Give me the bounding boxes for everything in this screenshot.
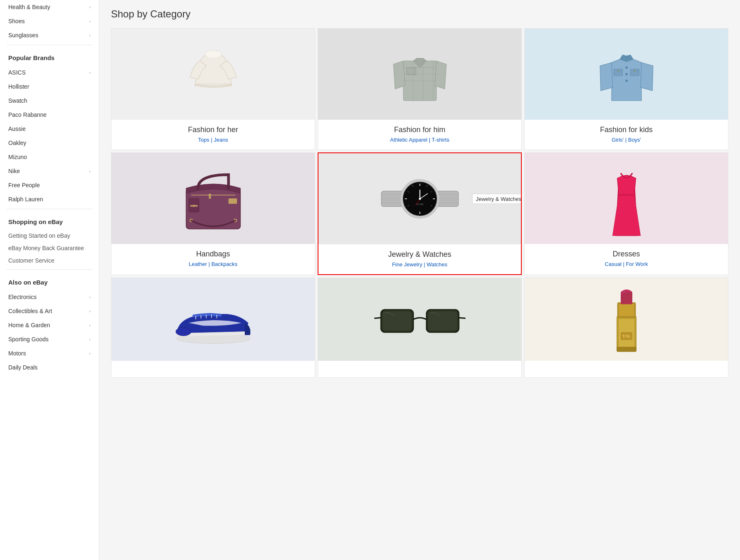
category-card-info-shoes — [111, 361, 315, 377]
sidebar-item-label: Motors — [8, 350, 26, 357]
sidebar-item-oakley[interactable]: Oakley — [7, 136, 92, 150]
chevron-down-icon: › — [89, 351, 91, 356]
chevron-down-icon: › — [89, 294, 91, 299]
category-card-info-dresses: Dresses Casual | For Work — [525, 244, 728, 274]
sidebar-item-label: Free People — [8, 182, 40, 188]
category-card-info-fashion-her: Fashion for her Tops | Jeans — [111, 120, 315, 150]
sidebar-link-getting-started[interactable]: Getting Started on eBay — [7, 229, 92, 242]
sidebar-link-customer-service[interactable]: Customer Service — [7, 254, 92, 267]
sidebar-item-collectibles[interactable]: Collectibles & Art › — [7, 304, 92, 318]
category-card-sunglasses[interactable] — [318, 278, 522, 378]
svg-line-53 — [630, 174, 632, 176]
page-title: Shop by Category — [111, 8, 728, 20]
chevron-down-icon: › — [89, 309, 91, 314]
svg-point-9 — [625, 67, 627, 69]
category-image-shoes — [111, 278, 315, 361]
sidebar-item-nike[interactable]: Nike › — [7, 164, 92, 178]
svg-point-50 — [419, 198, 421, 200]
sidebar-item-label: Paco Rabanne — [8, 111, 47, 118]
sidebar-item-mizuno[interactable]: Mizuno — [7, 150, 92, 164]
sidebar-item-motors[interactable]: Motors › — [7, 346, 92, 360]
sidebar-item-aussie[interactable]: Aussie — [7, 122, 92, 136]
category-card-subtitle[interactable]: Girls' | Boys' — [529, 137, 724, 143]
sidebar-item-health-beauty[interactable]: Health & Beauty › — [7, 0, 92, 14]
category-card-fashion-her[interactable]: Fashion for her Tops | Jeans — [111, 28, 315, 150]
sidebar-item-sporting-goods[interactable]: Sporting Goods › — [7, 332, 92, 346]
svg-point-11 — [625, 80, 627, 82]
sidebar-item-sunglasses[interactable]: Sunglasses › — [7, 28, 92, 42]
svg-rect-65 — [428, 311, 457, 331]
category-tooltip: Jewelry & Watches — [472, 194, 521, 204]
sidebar-item-label: Sporting Goods — [8, 336, 48, 343]
category-image-fashion-him — [318, 29, 521, 120]
svg-point-14 — [617, 70, 619, 72]
svg-point-18 — [208, 194, 211, 197]
sidebar-item-daily-deals[interactable]: Daily Deals — [7, 360, 92, 374]
main-content: Shop by Category — [99, 0, 740, 560]
category-card-title: Fashion for him — [322, 126, 517, 134]
svg-rect-73 — [619, 304, 634, 316]
sidebar-item-label: Electronics — [8, 294, 36, 300]
sidebar-item-paco-rabanne[interactable]: Paco Rabanne — [7, 108, 92, 122]
sidebar-item-label: Nike — [8, 168, 20, 174]
category-card-subtitle[interactable]: Tops | Jeans — [116, 137, 311, 143]
category-card-dresses[interactable]: Dresses Casual | For Work — [524, 152, 728, 275]
sidebar-item-hollister[interactable]: Hollister — [7, 80, 92, 94]
svg-rect-74 — [621, 292, 632, 304]
sidebar-item-free-people[interactable]: Free People — [7, 178, 92, 192]
sidebar-item-label: Aussie — [8, 126, 26, 132]
category-grid: Fashion for her Tops | Jeans — [111, 28, 728, 378]
category-card-title: Fashion for kids — [529, 126, 724, 134]
sidebar-item-shoes[interactable]: Shoes › — [7, 14, 92, 28]
category-card-subtitle[interactable]: Leather | Backpacks — [116, 261, 311, 267]
chevron-down-icon: › — [89, 323, 91, 328]
svg-rect-25 — [228, 198, 236, 204]
sidebar-link-money-back[interactable]: eBay Money Back Guarantee — [7, 242, 92, 254]
sidebar-item-label: Collectibles & Art — [8, 308, 52, 314]
category-card-handbags[interactable]: Handbags Leather | Backpacks — [111, 152, 315, 275]
category-card-title: Fashion for her — [116, 126, 311, 134]
category-card-shoes[interactable] — [111, 278, 315, 378]
svg-line-66 — [374, 318, 381, 319]
chevron-down-icon: › — [89, 19, 91, 24]
svg-line-52 — [621, 174, 623, 176]
category-card-fashion-him[interactable]: Fashion for him Athletic Apparel | T-shi… — [318, 28, 522, 150]
sidebar-item-label: Daily Deals — [8, 364, 38, 371]
category-card-beauty[interactable]: YSL — [524, 278, 728, 378]
category-card-subtitle[interactable]: Fine Jewelry | Watches — [323, 261, 517, 268]
sidebar: Health & Beauty › Shoes › Sunglasses › P… — [0, 0, 99, 560]
sidebar-item-label: Home & Garden — [8, 322, 50, 328]
category-card-title: Jewelry & Watches — [323, 250, 517, 259]
category-image-jewelry: CLUSE Jewelry & Watches — [318, 153, 521, 244]
category-card-subtitle[interactable]: Casual | For Work — [529, 261, 724, 267]
sidebar-item-label: Oakley — [8, 140, 27, 146]
sidebar-item-home-garden[interactable]: Home & Garden › — [7, 318, 92, 332]
sidebar-item-label: Sunglasses — [8, 32, 38, 39]
category-card-title: Dresses — [529, 250, 724, 258]
chevron-down-icon: › — [89, 337, 91, 342]
category-card-info-sunglasses — [318, 361, 521, 377]
popular-brands-title: Popular Brands — [7, 53, 92, 63]
svg-point-15 — [634, 70, 636, 72]
category-image-dresses — [525, 153, 728, 244]
sidebar-item-asics[interactable]: ASICS › — [7, 65, 92, 80]
svg-rect-75 — [617, 347, 636, 352]
sidebar-item-ralph-lauren[interactable]: Ralph Lauren — [7, 192, 92, 206]
chevron-down-icon: › — [89, 169, 91, 174]
category-image-fashion-kids — [525, 29, 728, 120]
svg-point-10 — [625, 73, 627, 75]
category-card-fashion-kids[interactable]: Fashion for kids Girls' | Boys' — [524, 28, 728, 150]
chevron-down-icon: › — [89, 70, 91, 75]
sidebar-item-label: Health & Beauty — [8, 4, 50, 10]
category-card-info-fashion-him: Fashion for him Athletic Apparel | T-shi… — [318, 120, 521, 150]
category-card-subtitle[interactable]: Athletic Apparel | T-shirts — [322, 137, 517, 143]
sidebar-item-electronics[interactable]: Electronics › — [7, 290, 92, 304]
also-on-ebay-title: Also on eBay — [7, 277, 92, 287]
category-card-info-fashion-kids: Fashion for kids Girls' | Boys' — [525, 120, 728, 150]
category-card-jewelry-watches[interactable]: CLUSE Jewelry & Watches Jewelry & Watche… — [318, 152, 522, 275]
sidebar-item-swatch[interactable]: Swatch — [7, 94, 92, 108]
sidebar-item-label: Shoes — [8, 18, 25, 24]
category-image-sunglasses — [318, 278, 521, 361]
category-card-info-beauty — [525, 361, 728, 377]
chevron-down-icon: › — [89, 33, 91, 38]
